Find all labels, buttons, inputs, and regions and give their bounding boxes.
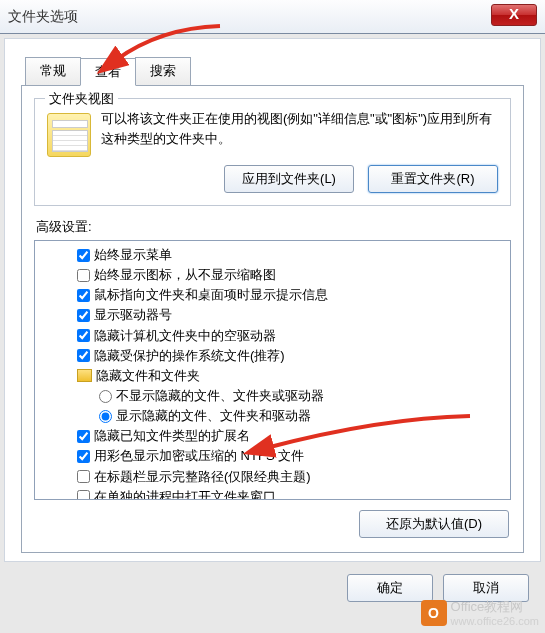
item-label: 隐藏文件和文件夹 <box>96 366 200 386</box>
item-label: 不显示隐藏的文件、文件夹或驱动器 <box>116 386 324 406</box>
tab-general[interactable]: 常规 <box>25 57 81 85</box>
checkbox[interactable] <box>77 470 90 483</box>
advanced-item[interactable]: 用彩色显示加密或压缩的 NTFS 文件 <box>77 446 506 466</box>
checkbox[interactable] <box>77 249 90 262</box>
window-title: 文件夹选项 <box>8 8 78 26</box>
advanced-item[interactable]: 隐藏文件和文件夹 <box>77 366 506 386</box>
item-label: 始终显示图标，从不显示缩略图 <box>94 265 276 285</box>
advanced-settings-label: 高级设置: <box>36 218 511 236</box>
advanced-item[interactable]: 在标题栏显示完整路径(仅限经典主题) <box>77 467 506 487</box>
checkbox[interactable] <box>77 329 90 342</box>
close-button[interactable]: X <box>491 4 537 26</box>
advanced-item[interactable]: 隐藏受保护的操作系统文件(推荐) <box>77 346 506 366</box>
tab-panel-view: 文件夹视图 可以将该文件夹正在使用的视图(例如"详细信息"或"图标")应用到所有… <box>21 85 524 553</box>
advanced-item[interactable]: 隐藏计算机文件夹中的空驱动器 <box>77 326 506 346</box>
item-label: 显示隐藏的文件、文件夹和驱动器 <box>116 406 311 426</box>
item-label: 隐藏计算机文件夹中的空驱动器 <box>94 326 276 346</box>
group-description: 可以将该文件夹正在使用的视图(例如"详细信息"或"图标")应用到所有这种类型的文… <box>101 109 498 157</box>
watermark: O Office教程网 www.office26.com <box>421 598 539 627</box>
checkbox[interactable] <box>77 349 90 362</box>
checkbox[interactable] <box>77 490 90 500</box>
tab-view[interactable]: 查看 <box>80 58 136 86</box>
advanced-item[interactable]: 显示驱动器号 <box>77 305 506 325</box>
titlebar: 文件夹选项 X <box>0 0 545 34</box>
item-label: 隐藏受保护的操作系统文件(推荐) <box>94 346 285 366</box>
watermark-icon: O <box>421 600 447 626</box>
advanced-item[interactable]: 始终显示菜单 <box>77 245 506 265</box>
item-label: 在标题栏显示完整路径(仅限经典主题) <box>94 467 311 487</box>
tabstrip: 常规 查看 搜索 <box>25 57 524 85</box>
tab-search[interactable]: 搜索 <box>135 57 191 85</box>
checkbox[interactable] <box>77 430 90 443</box>
item-label: 在单独的进程中打开文件夹窗口 <box>94 487 276 500</box>
advanced-item[interactable]: 显示隐藏的文件、文件夹和驱动器 <box>77 406 506 426</box>
restore-defaults-button[interactable]: 还原为默认值(D) <box>359 510 509 538</box>
advanced-item[interactable]: 不显示隐藏的文件、文件夹或驱动器 <box>77 386 506 406</box>
checkbox[interactable] <box>77 450 90 463</box>
radio[interactable] <box>99 390 112 403</box>
watermark-url: www.office26.com <box>451 616 539 627</box>
checkbox[interactable] <box>77 289 90 302</box>
item-label: 鼠标指向文件夹和桌面项时显示提示信息 <box>94 285 328 305</box>
folder-view-group: 文件夹视图 可以将该文件夹正在使用的视图(例如"详细信息"或"图标")应用到所有… <box>34 98 511 206</box>
folder-icon <box>77 369 92 382</box>
advanced-item[interactable]: 始终显示图标，从不显示缩略图 <box>77 265 506 285</box>
watermark-brand: Office教程网 <box>451 599 524 614</box>
advanced-item[interactable]: 鼠标指向文件夹和桌面项时显示提示信息 <box>77 285 506 305</box>
apply-to-folders-button[interactable]: 应用到文件夹(L) <box>224 165 354 193</box>
folder-view-icon <box>47 113 91 157</box>
reset-folders-button[interactable]: 重置文件夹(R) <box>368 165 498 193</box>
item-label: 显示驱动器号 <box>94 305 172 325</box>
item-label: 始终显示菜单 <box>94 245 172 265</box>
dialog-body: 常规 查看 搜索 文件夹视图 可以将该文件夹正在使用的视图(例如"详细信息"或"… <box>4 38 541 562</box>
radio[interactable] <box>99 410 112 423</box>
item-label: 用彩色显示加密或压缩的 NTFS 文件 <box>94 446 304 466</box>
advanced-item[interactable]: 在单独的进程中打开文件夹窗口 <box>77 487 506 500</box>
group-title: 文件夹视图 <box>45 90 118 108</box>
advanced-settings-listbox[interactable]: 始终显示菜单始终显示图标，从不显示缩略图鼠标指向文件夹和桌面项时显示提示信息显示… <box>34 240 511 500</box>
checkbox[interactable] <box>77 309 90 322</box>
advanced-item[interactable]: 隐藏已知文件类型的扩展名 <box>77 426 506 446</box>
item-label: 隐藏已知文件类型的扩展名 <box>94 426 250 446</box>
checkbox[interactable] <box>77 269 90 282</box>
